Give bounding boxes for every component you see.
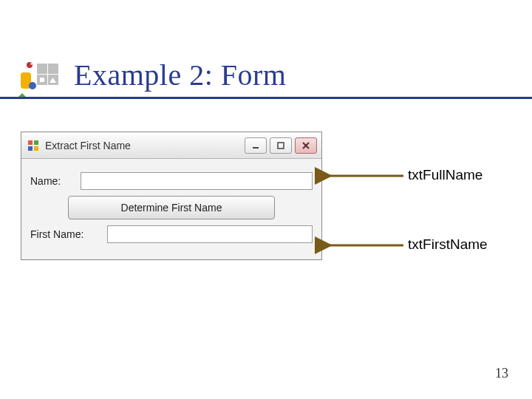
maximize-icon bbox=[276, 141, 285, 150]
svg-rect-11 bbox=[28, 140, 33, 145]
winform-window: Extract First Name Name: Determine First… bbox=[21, 132, 322, 260]
full-name-input[interactable] bbox=[81, 172, 313, 190]
minimize-icon bbox=[251, 141, 260, 150]
winform-app-icon bbox=[27, 140, 39, 151]
page-number: 13 bbox=[495, 366, 508, 381]
close-button[interactable] bbox=[295, 137, 317, 154]
svg-rect-16 bbox=[278, 143, 284, 149]
svg-rect-14 bbox=[34, 146, 38, 151]
callout-firstname: txtFirstName bbox=[408, 236, 488, 253]
svg-rect-15 bbox=[253, 147, 259, 149]
arrow-fullname-icon bbox=[324, 168, 405, 183]
svg-rect-12 bbox=[34, 140, 38, 145]
name-label: Name: bbox=[30, 175, 75, 187]
determine-first-name-button[interactable]: Determine First Name bbox=[68, 196, 275, 219]
arrow-firstname-icon bbox=[324, 238, 405, 253]
svg-rect-13 bbox=[28, 146, 33, 151]
winform-title: Extract First Name bbox=[45, 140, 131, 151]
close-icon bbox=[301, 141, 310, 150]
minimize-button[interactable] bbox=[245, 137, 267, 154]
winform-titlebar: Extract First Name bbox=[21, 132, 321, 159]
callout-fullname: txtFullName bbox=[408, 167, 482, 183]
first-name-label: First Name: bbox=[30, 228, 101, 240]
maximize-button[interactable] bbox=[270, 137, 292, 154]
slide-title: Example 2: Form bbox=[74, 58, 286, 92]
first-name-input[interactable] bbox=[107, 225, 313, 243]
